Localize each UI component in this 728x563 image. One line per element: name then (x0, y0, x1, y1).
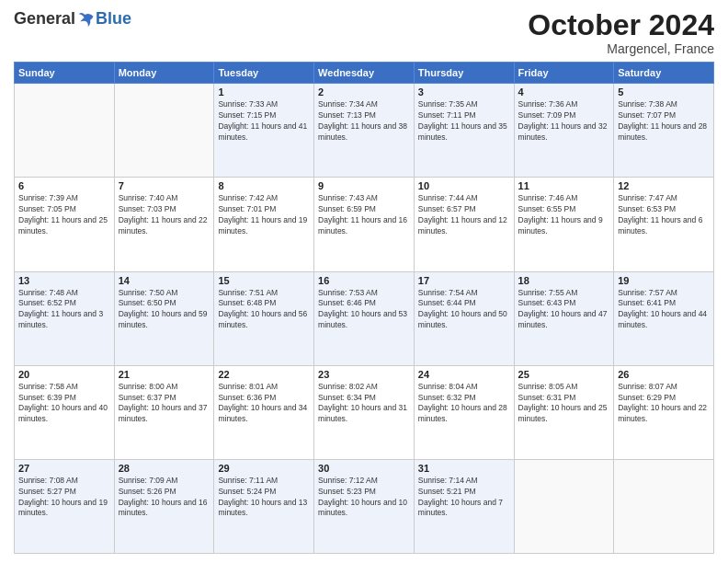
day-info: Sunrise: 7:53 AMSunset: 6:46 PMDaylight:… (318, 288, 410, 332)
calendar-day-cell: 30Sunrise: 7:12 AMSunset: 5:23 PMDayligh… (314, 459, 415, 553)
calendar-week-row: 27Sunrise: 7:08 AMSunset: 5:27 PMDayligh… (15, 459, 714, 553)
day-info: Sunrise: 7:42 AMSunset: 7:01 PMDaylight:… (218, 193, 310, 237)
day-info: Sunrise: 7:33 AMSunset: 7:15 PMDaylight:… (218, 99, 310, 144)
calendar-day-cell: 4Sunrise: 7:36 AMSunset: 7:09 PMDaylight… (514, 84, 614, 178)
day-number: 12 (618, 180, 710, 191)
day-info: Sunrise: 7:43 AMSunset: 6:59 PMDaylight:… (318, 193, 410, 237)
logo: General Blue (14, 9, 131, 29)
weekday-header-tuesday: Tuesday (214, 63, 314, 84)
day-info: Sunrise: 8:02 AMSunset: 6:34 PMDaylight:… (318, 382, 410, 426)
calendar-day-cell: 10Sunrise: 7:44 AMSunset: 6:57 PMDayligh… (414, 178, 514, 271)
day-number: 21 (119, 369, 210, 380)
calendar-table: SundayMondayTuesdayWednesdayThursdayFrid… (14, 62, 714, 554)
weekday-header-row: SundayMondayTuesdayWednesdayThursdayFrid… (15, 63, 714, 84)
logo-bird-icon (77, 10, 96, 29)
calendar-day-cell: 24Sunrise: 8:04 AMSunset: 6:32 PMDayligh… (414, 365, 514, 459)
calendar-day-cell: 15Sunrise: 7:51 AMSunset: 6:48 PMDayligh… (214, 271, 314, 365)
day-number: 16 (318, 275, 410, 286)
weekday-header-thursday: Thursday (414, 63, 514, 84)
day-info: Sunrise: 7:36 AMSunset: 7:09 PMDaylight:… (518, 99, 610, 144)
day-info: Sunrise: 7:08 AMSunset: 5:27 PMDaylight:… (18, 476, 110, 520)
calendar-day-cell: 27Sunrise: 7:08 AMSunset: 5:27 PMDayligh… (15, 459, 115, 553)
calendar-day-cell: 31Sunrise: 7:14 AMSunset: 5:21 PMDayligh… (414, 459, 514, 553)
calendar-day-cell: 6Sunrise: 7:39 AMSunset: 7:05 PMDaylight… (15, 178, 115, 271)
calendar-body: 1Sunrise: 7:33 AMSunset: 7:15 PMDaylight… (15, 84, 714, 554)
day-info: Sunrise: 7:39 AMSunset: 7:05 PMDaylight:… (18, 193, 110, 237)
day-number: 3 (418, 86, 510, 98)
calendar-week-row: 6Sunrise: 7:39 AMSunset: 7:05 PMDaylight… (15, 178, 714, 271)
page: General Blue October 2024 Margencel, Fra… (0, 0, 728, 563)
day-info: Sunrise: 7:35 AMSunset: 7:11 PMDaylight:… (418, 99, 510, 144)
calendar-empty-cell (514, 459, 614, 553)
day-info: Sunrise: 7:14 AMSunset: 5:21 PMDaylight:… (418, 476, 510, 520)
calendar-day-cell: 12Sunrise: 7:47 AMSunset: 6:53 PMDayligh… (614, 178, 714, 271)
weekday-header-wednesday: Wednesday (314, 63, 415, 84)
location-subtitle: Margencel, France (528, 41, 714, 56)
header: General Blue October 2024 Margencel, Fra… (14, 9, 714, 56)
day-info: Sunrise: 7:46 AMSunset: 6:55 PMDaylight:… (518, 193, 610, 237)
calendar-day-cell: 26Sunrise: 8:07 AMSunset: 6:29 PMDayligh… (614, 365, 714, 459)
calendar-week-row: 1Sunrise: 7:33 AMSunset: 7:15 PMDaylight… (15, 84, 714, 178)
day-info: Sunrise: 8:00 AMSunset: 6:37 PMDaylight:… (119, 382, 210, 426)
calendar-day-cell: 8Sunrise: 7:42 AMSunset: 7:01 PMDaylight… (214, 178, 314, 271)
day-number: 9 (318, 180, 410, 191)
day-number: 1 (218, 86, 310, 98)
calendar-day-cell: 11Sunrise: 7:46 AMSunset: 6:55 PMDayligh… (514, 178, 614, 271)
calendar-day-cell: 1Sunrise: 7:33 AMSunset: 7:15 PMDaylight… (214, 84, 314, 178)
day-info: Sunrise: 7:50 AMSunset: 6:50 PMDaylight:… (119, 288, 210, 332)
calendar-empty-cell (114, 84, 214, 178)
calendar-day-cell: 28Sunrise: 7:09 AMSunset: 5:26 PMDayligh… (114, 459, 214, 553)
day-info: Sunrise: 8:04 AMSunset: 6:32 PMDaylight:… (418, 382, 510, 426)
day-info: Sunrise: 7:44 AMSunset: 6:57 PMDaylight:… (418, 193, 510, 237)
calendar-day-cell: 25Sunrise: 8:05 AMSunset: 6:31 PMDayligh… (514, 365, 614, 459)
calendar-empty-cell (15, 84, 115, 178)
weekday-header-saturday: Saturday (614, 63, 714, 84)
calendar-day-cell: 19Sunrise: 7:57 AMSunset: 6:41 PMDayligh… (614, 271, 714, 365)
calendar-day-cell: 9Sunrise: 7:43 AMSunset: 6:59 PMDaylight… (314, 178, 415, 271)
day-number: 7 (119, 180, 210, 191)
day-number: 30 (318, 463, 410, 474)
logo-blue-text: Blue (96, 9, 131, 29)
weekday-header-friday: Friday (514, 63, 614, 84)
calendar-day-cell: 21Sunrise: 8:00 AMSunset: 6:37 PMDayligh… (114, 365, 214, 459)
calendar-day-cell: 22Sunrise: 8:01 AMSunset: 6:36 PMDayligh… (214, 365, 314, 459)
day-number: 22 (218, 369, 310, 380)
day-info: Sunrise: 7:58 AMSunset: 6:39 PMDaylight:… (18, 382, 110, 426)
day-number: 11 (518, 180, 610, 191)
day-number: 15 (218, 275, 310, 286)
title-block: October 2024 Margencel, France (528, 9, 714, 56)
day-number: 4 (518, 86, 610, 98)
day-number: 18 (518, 275, 610, 286)
day-number: 31 (418, 463, 510, 474)
day-number: 10 (418, 180, 510, 191)
calendar-day-cell: 18Sunrise: 7:55 AMSunset: 6:43 PMDayligh… (514, 271, 614, 365)
weekday-header-sunday: Sunday (15, 63, 115, 84)
calendar-day-cell: 23Sunrise: 8:02 AMSunset: 6:34 PMDayligh… (314, 365, 415, 459)
calendar-day-cell: 14Sunrise: 7:50 AMSunset: 6:50 PMDayligh… (114, 271, 214, 365)
day-info: Sunrise: 7:38 AMSunset: 7:07 PMDaylight:… (618, 99, 710, 144)
calendar-day-cell: 7Sunrise: 7:40 AMSunset: 7:03 PMDaylight… (114, 178, 214, 271)
day-info: Sunrise: 7:40 AMSunset: 7:03 PMDaylight:… (119, 193, 210, 237)
calendar-header: SundayMondayTuesdayWednesdayThursdayFrid… (15, 63, 714, 84)
day-number: 19 (618, 275, 710, 286)
day-info: Sunrise: 7:54 AMSunset: 6:44 PMDaylight:… (418, 288, 510, 332)
calendar-week-row: 20Sunrise: 7:58 AMSunset: 6:39 PMDayligh… (15, 365, 714, 459)
day-number: 24 (418, 369, 510, 380)
day-info: Sunrise: 7:11 AMSunset: 5:24 PMDaylight:… (218, 476, 310, 520)
day-info: Sunrise: 7:12 AMSunset: 5:23 PMDaylight:… (318, 476, 410, 520)
day-number: 29 (218, 463, 310, 474)
day-info: Sunrise: 8:05 AMSunset: 6:31 PMDaylight:… (518, 382, 610, 426)
day-number: 13 (18, 275, 110, 286)
calendar-day-cell: 2Sunrise: 7:34 AMSunset: 7:13 PMDaylight… (314, 84, 415, 178)
calendar-empty-cell (614, 459, 714, 553)
calendar-day-cell: 20Sunrise: 7:58 AMSunset: 6:39 PMDayligh… (15, 365, 115, 459)
logo-general-text: General (14, 9, 75, 29)
day-info: Sunrise: 8:01 AMSunset: 6:36 PMDaylight:… (218, 382, 310, 426)
day-number: 20 (18, 369, 110, 380)
day-number: 25 (518, 369, 610, 380)
calendar-week-row: 13Sunrise: 7:48 AMSunset: 6:52 PMDayligh… (15, 271, 714, 365)
day-info: Sunrise: 8:07 AMSunset: 6:29 PMDaylight:… (618, 382, 710, 426)
day-info: Sunrise: 7:34 AMSunset: 7:13 PMDaylight:… (318, 99, 410, 144)
day-info: Sunrise: 7:09 AMSunset: 5:26 PMDaylight:… (119, 476, 210, 520)
day-info: Sunrise: 7:55 AMSunset: 6:43 PMDaylight:… (518, 288, 610, 332)
